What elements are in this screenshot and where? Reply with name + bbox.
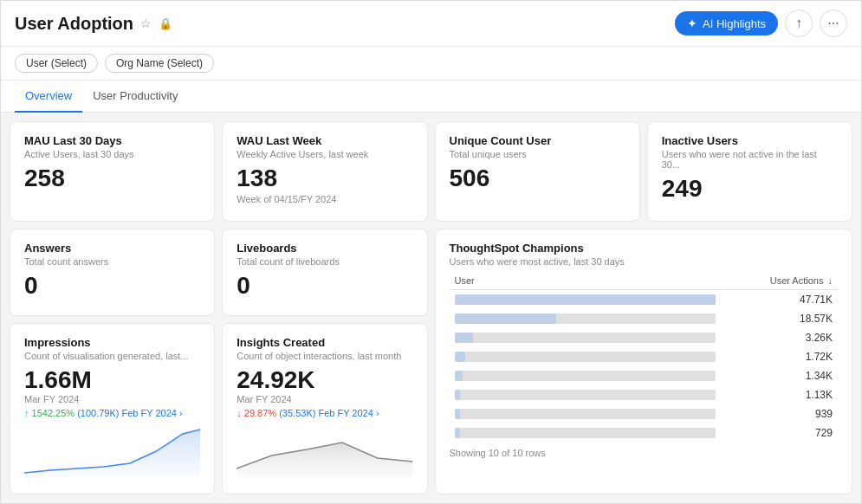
col-actions-header: User Actions ↓ bbox=[721, 272, 838, 290]
bar-container bbox=[455, 371, 716, 381]
bar-cell bbox=[450, 309, 722, 328]
impressions-period: Mar FY 2024 bbox=[24, 394, 200, 404]
bar-fill bbox=[455, 428, 460, 438]
share-icon: ↑ bbox=[795, 16, 802, 31]
bar-container bbox=[455, 294, 716, 305]
liveboards-card: Liveboards Total count of liveboards 0 bbox=[222, 229, 427, 317]
liveboards-value: 0 bbox=[237, 272, 412, 300]
mau-card: MAU Last 30 Days Active Users, last 30 d… bbox=[10, 121, 215, 222]
action-value: 1.34K bbox=[721, 366, 838, 385]
table-row: 1.34K bbox=[450, 366, 839, 385]
table-row: 729 bbox=[450, 423, 839, 443]
impressions-card: Impressions Count of visualisation gener… bbox=[10, 323, 215, 494]
share-button[interactable]: ↑ bbox=[785, 10, 813, 37]
bar-cell bbox=[450, 347, 722, 366]
impressions-trend-pct: ↑ 1542.25% bbox=[24, 408, 75, 418]
answers-title: Answers bbox=[24, 242, 200, 255]
filters-row: User (Select) Org Name (Select) bbox=[1, 47, 861, 81]
action-value: 3.26K bbox=[721, 328, 838, 347]
impressions-chart bbox=[24, 425, 200, 477]
bar-cell bbox=[450, 289, 722, 309]
champions-subtitle: Users who were most active, last 30 days bbox=[450, 256, 839, 267]
impressions-trend-detail[interactable]: (100.79K) Feb FY 2024 › bbox=[77, 408, 182, 418]
bar-fill bbox=[455, 313, 557, 324]
mau-subtitle: Active Users, last 30 days bbox=[24, 149, 200, 159]
more-icon: ··· bbox=[827, 16, 839, 31]
wau-title: WAU Last Week bbox=[237, 134, 412, 147]
tab-user-productivity[interactable]: User Productivity bbox=[82, 81, 188, 113]
wau-subtitle: Weekly Active Users, last week bbox=[237, 149, 412, 159]
bar-fill bbox=[455, 333, 473, 343]
unique-user-subtitle: Total unique users bbox=[450, 149, 625, 159]
insights-value: 24.92K bbox=[237, 366, 412, 394]
bar-cell bbox=[450, 366, 722, 385]
action-value: 939 bbox=[721, 404, 838, 423]
bar-container bbox=[455, 352, 716, 362]
bar-container bbox=[455, 390, 716, 400]
more-options-button[interactable]: ··· bbox=[820, 10, 847, 37]
bar-container bbox=[455, 333, 716, 343]
tab-overview[interactable]: Overview bbox=[15, 81, 82, 113]
answers-card: Answers Total count answers 0 bbox=[10, 229, 215, 317]
inactive-users-card: Inactive Users Users who were not active… bbox=[647, 121, 852, 222]
unique-user-value: 506 bbox=[450, 165, 625, 192]
unique-user-card: Unique Count User Total unique users 506 bbox=[435, 121, 640, 222]
action-value: 729 bbox=[721, 423, 838, 443]
bar-cell bbox=[450, 404, 722, 423]
champions-table: User User Actions ↓ 47.71K bbox=[450, 272, 839, 443]
champions-title: ThoughtSpot Champions bbox=[450, 242, 839, 255]
tabs-row: Overview User Productivity bbox=[1, 81, 861, 113]
inactive-title: Inactive Users bbox=[662, 134, 838, 147]
insights-period: Mar FY 2024 bbox=[237, 394, 412, 404]
inactive-value: 249 bbox=[662, 175, 838, 203]
impressions-value: 1.66M bbox=[24, 366, 200, 394]
action-value: 47.71K bbox=[721, 289, 838, 309]
col-user-header: User bbox=[450, 272, 722, 290]
impressions-subtitle: Count of visualisation generated, last..… bbox=[24, 351, 200, 361]
bar-fill bbox=[455, 294, 716, 305]
page-title: User Adoption bbox=[15, 14, 133, 34]
bar-cell bbox=[450, 423, 722, 443]
insights-trend-detail[interactable]: (35.53K) Feb FY 2024 › bbox=[279, 408, 379, 418]
table-row: 939 bbox=[450, 404, 839, 423]
action-value: 1.13K bbox=[721, 385, 838, 404]
header: User Adoption ☆ 🔒 ✦ AI Highlights ↑ ··· bbox=[1, 1, 861, 47]
bar-container bbox=[455, 409, 716, 419]
table-row: 18.57K bbox=[450, 309, 839, 328]
ai-highlights-button[interactable]: ✦ AI Highlights bbox=[675, 11, 778, 36]
answers-subtitle: Total count answers bbox=[24, 256, 200, 267]
user-filter-chip[interactable]: User (Select) bbox=[15, 54, 98, 73]
main-content: MAU Last 30 Days Active Users, last 30 d… bbox=[1, 113, 861, 503]
impressions-trend: ↑ 1542.25% (100.79K) Feb FY 2024 › bbox=[24, 408, 200, 418]
liveboards-title: Liveboards bbox=[237, 242, 412, 255]
bar-cell bbox=[450, 328, 722, 347]
lock-icon[interactable]: 🔒 bbox=[159, 17, 172, 30]
inactive-subtitle: Users who were not active in the last 30… bbox=[662, 149, 838, 170]
impressions-title: Impressions bbox=[24, 336, 200, 349]
liveboards-subtitle: Total count of liveboards bbox=[237, 256, 412, 267]
table-row: 3.26K bbox=[450, 328, 839, 347]
bar-fill bbox=[455, 390, 460, 400]
insights-chart bbox=[237, 425, 412, 477]
insights-subtitle: Count of object interactions, last month bbox=[237, 351, 412, 361]
sort-icon[interactable]: ↓ bbox=[828, 275, 833, 286]
wau-card: WAU Last Week Weekly Active Users, last … bbox=[222, 121, 427, 222]
action-value: 18.57K bbox=[721, 309, 838, 328]
wau-value: 138 bbox=[237, 165, 412, 192]
mau-title: MAU Last 30 Days bbox=[24, 134, 200, 147]
insights-card: Insights Created Count of object interac… bbox=[222, 323, 427, 494]
bar-container bbox=[455, 313, 716, 324]
org-filter-chip[interactable]: Org Name (Select) bbox=[105, 54, 214, 73]
ai-icon: ✦ bbox=[687, 16, 697, 30]
star-icon[interactable]: ☆ bbox=[140, 16, 152, 30]
wau-note: Week of 04/15/FY 2024 bbox=[237, 194, 412, 204]
answers-value: 0 bbox=[24, 272, 200, 300]
ai-highlights-label: AI Highlights bbox=[703, 17, 766, 30]
mau-value: 258 bbox=[24, 165, 200, 192]
svg-marker-1 bbox=[237, 443, 412, 477]
champions-card: ThoughtSpot Champions Users who were mos… bbox=[435, 229, 853, 494]
table-row: 47.71K bbox=[450, 289, 839, 309]
insights-title: Insights Created bbox=[237, 336, 412, 349]
header-icon-group: ☆ 🔒 bbox=[140, 16, 172, 30]
bar-fill bbox=[455, 352, 465, 362]
